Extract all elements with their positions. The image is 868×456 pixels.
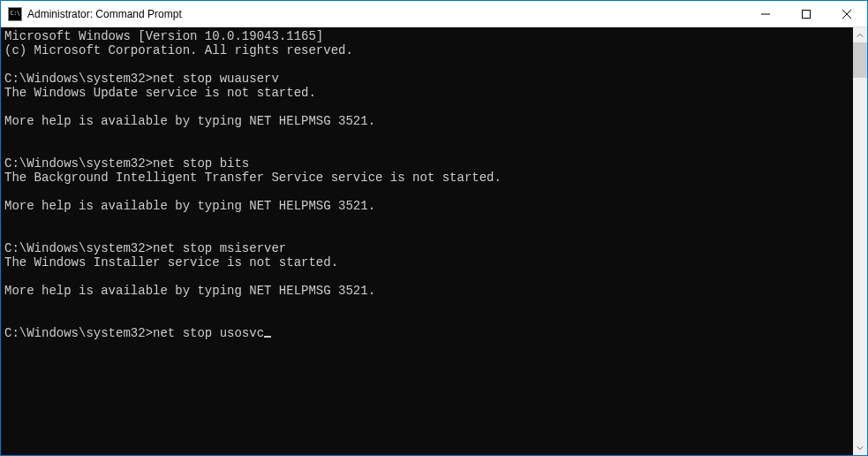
titlebar[interactable]: C:\ Administrator: Command Prompt (1, 1, 867, 27)
window-title: Administrator: Command Prompt (27, 8, 745, 20)
close-button[interactable] (826, 1, 867, 27)
svg-rect-1 (803, 10, 811, 18)
scroll-up-button[interactable] (853, 27, 867, 42)
app-icon: C:\ (8, 7, 22, 21)
app-icon-text: C:\ (10, 11, 19, 17)
vertical-scrollbar[interactable] (853, 27, 867, 455)
scroll-down-button[interactable] (853, 440, 867, 455)
close-icon (842, 10, 851, 19)
chevron-down-icon (857, 445, 864, 452)
console-output[interactable]: Microsoft Windows [Version 10.0.19043.11… (1, 27, 853, 455)
scroll-thumb[interactable] (853, 42, 867, 78)
chevron-up-icon (857, 32, 864, 39)
command-prompt-window: C:\ Administrator: Command Prompt Micros… (0, 0, 868, 456)
minimize-button[interactable] (745, 1, 786, 27)
minimize-icon (761, 10, 770, 19)
maximize-button[interactable] (786, 1, 826, 27)
window-controls (745, 1, 867, 27)
maximize-icon (802, 10, 811, 19)
console-area: Microsoft Windows [Version 10.0.19043.11… (1, 27, 867, 455)
